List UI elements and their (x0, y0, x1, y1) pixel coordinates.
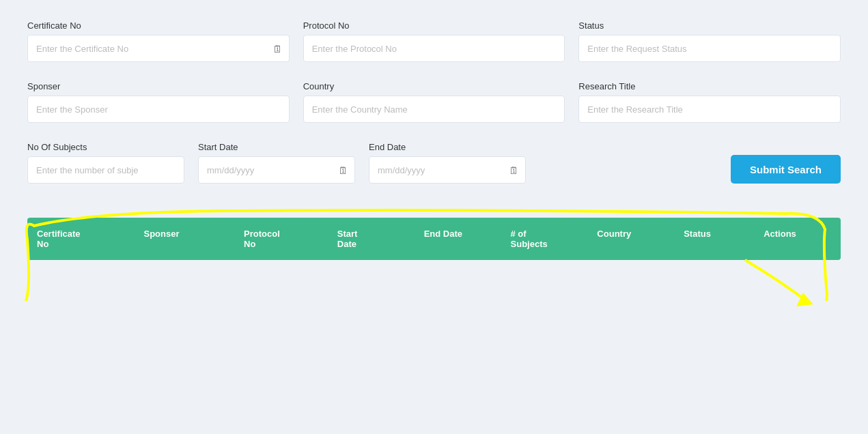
start-date-label: Start Date (198, 142, 355, 152)
protocol-no-group: Protocol No (303, 20, 565, 62)
end-date-group: End Date 🗓 (369, 142, 526, 184)
start-date-input[interactable] (198, 156, 355, 184)
start-date-group: Start Date 🗓 (198, 142, 355, 184)
col-certificate-no: CertificateNo (27, 218, 135, 260)
end-date-input-wrapper: 🗓 (369, 156, 526, 184)
results-table: CertificateNo Sponser ProtocolNo StartDa… (27, 218, 841, 260)
arrow-annotation (738, 253, 820, 308)
end-date-input[interactable] (369, 156, 526, 184)
certificate-no-label: Certificate No (27, 20, 290, 31)
country-input[interactable] (303, 96, 565, 123)
col-status: Status (674, 218, 754, 260)
form-row-1: Certificate No 🗓 Protocol No Status (27, 20, 841, 62)
certificate-no-group: Certificate No 🗓 (27, 20, 290, 62)
form-row-2: Sponser Country Research Title (27, 81, 841, 123)
col-protocol-no: ProtocolNo (234, 218, 328, 260)
col-actions: Actions (754, 218, 841, 260)
col-sponser: Sponser (135, 218, 235, 260)
protocol-no-input[interactable] (303, 35, 565, 62)
protocol-no-label: Protocol No (303, 20, 565, 31)
submit-search-button[interactable]: Submit Search (731, 155, 841, 184)
certificate-no-input[interactable] (27, 35, 290, 62)
svg-marker-0 (796, 293, 813, 306)
start-date-input-wrapper: 🗓 (198, 156, 355, 184)
research-title-input[interactable] (578, 96, 841, 123)
sponser-label: Sponser (27, 81, 290, 91)
table-header-row: CertificateNo Sponser ProtocolNo StartDa… (27, 218, 841, 260)
research-title-group: Research Title (578, 81, 841, 123)
status-group: Status (578, 20, 841, 62)
col-start-date: StartDate (328, 218, 415, 260)
col-country: Country (587, 218, 674, 260)
country-label: Country (303, 81, 565, 91)
col-end-date: End Date (415, 218, 501, 260)
no-of-subjects-input[interactable] (27, 156, 184, 184)
end-date-label: End Date (369, 142, 526, 152)
col-subjects: # ofSubjects (501, 218, 588, 260)
research-title-label: Research Title (578, 81, 841, 91)
status-input[interactable] (578, 35, 841, 62)
certificate-no-input-wrapper: 🗓 (27, 35, 290, 62)
results-section: CertificateNo Sponser ProtocolNo StartDa… (27, 218, 841, 260)
form-row-3: No Of Subjects Start Date 🗓 End Date 🗓 S… (27, 142, 841, 184)
sponser-input[interactable] (27, 96, 290, 123)
no-of-subjects-label: No Of Subjects (27, 142, 184, 152)
no-of-subjects-group: No Of Subjects (27, 142, 184, 184)
status-label: Status (578, 20, 841, 31)
sponser-group: Sponser (27, 81, 290, 123)
country-group: Country (303, 81, 565, 123)
